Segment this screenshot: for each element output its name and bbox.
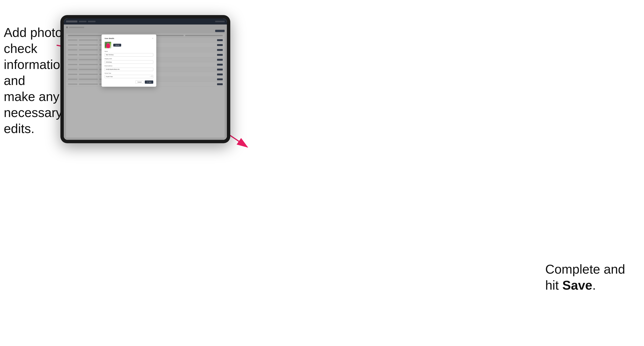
email-label: Email address bbox=[104, 65, 153, 66]
cancel-button[interactable]: Cancel bbox=[135, 80, 144, 84]
save-button[interactable]: ⬆ Save bbox=[145, 80, 153, 84]
photo-section: Upload bbox=[104, 42, 153, 48]
name-label: Name bbox=[104, 51, 153, 52]
school-year-label: School Year bbox=[104, 73, 153, 74]
svg-point-2 bbox=[107, 43, 109, 45]
school-year-arrows-icon[interactable]: ▲▼ bbox=[151, 75, 152, 77]
modal-footer: Cancel ⬆ Save bbox=[104, 80, 153, 84]
school-year-select-wrapper: × ▲▼ bbox=[104, 74, 153, 78]
save-label: Save bbox=[148, 81, 151, 83]
tablet-screen: User details × Upload Name bbox=[64, 18, 227, 140]
user-photo-thumbnail bbox=[104, 42, 111, 48]
email-input[interactable] bbox=[104, 68, 153, 71]
user-details-modal: User details × Upload Name bbox=[102, 34, 156, 87]
save-icon: ⬆ bbox=[147, 81, 148, 83]
close-button[interactable]: × bbox=[152, 37, 153, 39]
annotation-right: Complete and hit Save. bbox=[545, 261, 625, 293]
modal-title: User details bbox=[104, 37, 114, 39]
school-year-input[interactable] bbox=[104, 75, 153, 78]
modal-header: User details × bbox=[104, 37, 153, 39]
display-name-field-group: Display name bbox=[104, 58, 153, 64]
name-field-group: Name bbox=[104, 51, 153, 56]
upload-photo-button[interactable]: Upload bbox=[113, 44, 121, 46]
name-input[interactable] bbox=[104, 53, 153, 56]
tablet-device: User details × Upload Name bbox=[60, 15, 230, 143]
email-field-group: Email address bbox=[104, 65, 153, 71]
school-year-field-group: School Year × ▲▼ bbox=[104, 73, 153, 78]
display-name-label: Display name bbox=[104, 58, 153, 59]
svg-point-3 bbox=[106, 45, 110, 48]
clear-school-year-icon[interactable]: × bbox=[150, 76, 150, 77]
display-name-input[interactable] bbox=[104, 60, 153, 64]
